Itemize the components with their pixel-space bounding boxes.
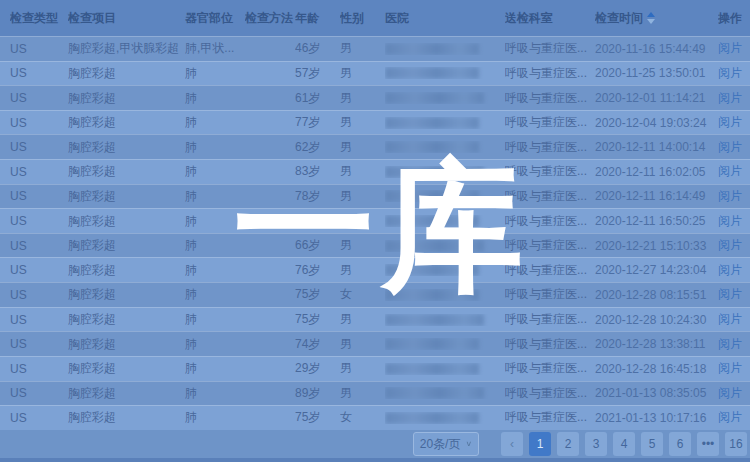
view-images-link[interactable]: 阅片 [718,263,742,277]
cell-exam-type: US [10,386,68,400]
cell-organ: 肺 [185,213,245,230]
cell-exam-time: 2020-12-28 16:45:18 [595,362,718,376]
cell-exam-time: 2020-12-28 10:24:30 [595,313,718,327]
view-images-link[interactable]: 阅片 [718,41,742,55]
cell-gender: 男 [340,385,385,402]
cell-gender: 男 [340,262,385,279]
view-images-link[interactable]: 阅片 [718,287,742,301]
sort-desc-icon [647,19,655,24]
table-row: US 胸腔彩超 肺 89岁 男 呼吸与重症医... 2021-01-13 08:… [0,381,750,406]
prev-page-button[interactable]: ‹ [501,432,523,456]
hospital-redacted-blur [385,215,479,227]
cell-exam-type: US [10,42,68,56]
view-images-link[interactable]: 阅片 [718,361,742,375]
cell-gender: 男 [340,65,385,82]
view-images-link[interactable]: 阅片 [718,238,742,252]
view-images-link[interactable]: 阅片 [718,91,742,105]
page-button-6[interactable]: 6 [669,432,691,456]
table-row: US 胸腔彩超 肺 76岁 男 呼吸与重症医... 2020-12-27 14:… [0,257,750,282]
table-row: US 胸腔彩超 肺 83岁 男 呼吸与重症医... 2020-12-11 16:… [0,159,750,184]
cell-age: 78岁 [295,188,340,205]
hospital-redacted-blur [385,141,479,153]
page-button-1[interactable]: 1 [529,432,551,456]
cell-hospital [385,92,505,104]
cell-gender: 男 [340,40,385,57]
cell-dept: 呼吸与重症医... [505,114,595,131]
cell-exam-item: 胸腔彩超 [68,360,185,377]
cell-hospital [385,240,505,252]
view-images-link[interactable]: 阅片 [718,164,742,178]
hospital-redacted-blur [385,387,484,399]
cell-exam-item: 胸腔彩超 [68,139,185,156]
page-button-3[interactable]: 3 [585,432,607,456]
view-images-link[interactable]: 阅片 [718,214,742,228]
cell-age: 57岁 [295,65,340,82]
cell-exam-item: 胸腔彩超 [68,336,185,353]
cell-exam-item: 胸腔彩超 [68,262,185,279]
exam-list-screen: 检查类型 检查项目 器官部位 检查方法 年龄 性别 医院 送检科室 检查时间 操… [0,0,750,462]
page-button-5[interactable]: 5 [641,432,663,456]
view-images-link[interactable]: 阅片 [718,140,742,154]
page-button-2[interactable]: 2 [557,432,579,456]
cell-gender: 女 [340,286,385,303]
view-images-link[interactable]: 阅片 [718,386,742,400]
cell-dept: 呼吸与重症医... [505,409,595,426]
view-images-link[interactable]: 阅片 [718,410,742,424]
hospital-redacted-blur [385,166,484,178]
cell-exam-item: 胸腔彩超 [68,90,185,107]
cell-exam-time: 2020-12-28 13:38:11 [595,337,718,351]
view-images-link[interactable]: 阅片 [718,312,742,326]
cell-exam-item: 胸腔彩超,甲状腺彩超 [68,40,185,57]
cell-age: 83岁 [295,163,340,180]
cell-gender: 男 [340,163,385,180]
cell-hospital [385,338,505,350]
cell-gender: 女 [340,409,385,426]
cell-gender: 男 [340,237,385,254]
cell-exam-type: US [10,362,68,376]
more-pages-button[interactable]: ••• [697,432,719,456]
cell-dept: 呼吸与重症医... [505,65,595,82]
table-row: US 胸腔彩超 肺 74岁 男 呼吸与重症医... 2020-12-28 13:… [0,331,750,356]
cell-exam-item: 胸腔彩超 [68,409,185,426]
hospital-redacted-blur [385,363,479,375]
view-images-link[interactable]: 阅片 [718,66,742,80]
page-button-4[interactable]: 4 [613,432,635,456]
cell-hospital [385,67,505,79]
cell-hospital [385,141,505,153]
col-header-action: 操作 [718,10,750,27]
cell-age: 46岁 [295,40,340,57]
cell-dept: 呼吸与重症医... [505,262,595,279]
view-images-link[interactable]: 阅片 [718,115,742,129]
cell-exam-type: US [10,288,68,302]
view-images-link[interactable]: 阅片 [718,189,742,203]
hospital-redacted-blur [385,117,479,129]
cell-hospital [385,264,505,276]
col-header-exam-time-sort[interactable]: 检查时间 [595,10,655,27]
table-row: US 胸腔彩超 肺 75岁 女 呼吸与重症医... 2021-01-13 10:… [0,405,750,430]
cell-organ: 肺 [185,336,245,353]
cell-exam-item: 胸腔彩超 [68,237,185,254]
cell-exam-time: 2020-11-25 13:50:01 [595,66,718,80]
cell-organ: 肺 [185,286,245,303]
cell-dept: 呼吸与重症医... [505,237,595,254]
hospital-redacted-blur [385,338,479,350]
view-images-link[interactable]: 阅片 [718,337,742,351]
hospital-redacted-blur [385,43,479,55]
cell-hospital [385,190,505,202]
cell-organ: 肺 [185,139,245,156]
cell-gender: 女 [340,213,385,230]
cell-hospital [385,289,505,301]
cell-organ: 肺 [185,65,245,82]
cell-age: 76岁 [295,262,340,279]
cell-hospital [385,412,505,424]
cell-exam-type: US [10,165,68,179]
table-row: US 胸腔彩超,甲状腺彩超 肺,甲状... 46岁 男 呼吸与重症医... 20… [0,36,750,61]
cell-exam-time: 2021-01-13 08:35:05 [595,386,718,400]
page-button-16[interactable]: 16 [725,432,747,456]
cell-age: 76岁 [295,213,340,230]
cell-age: 75岁 [295,409,340,426]
page-size-select[interactable]: 20条/页 ∨ [413,432,479,456]
table-row: US 胸腔彩超 肺 29岁 男 呼吸与重症医... 2020-12-28 16:… [0,356,750,381]
cell-gender: 男 [340,336,385,353]
cell-gender: 男 [340,90,385,107]
